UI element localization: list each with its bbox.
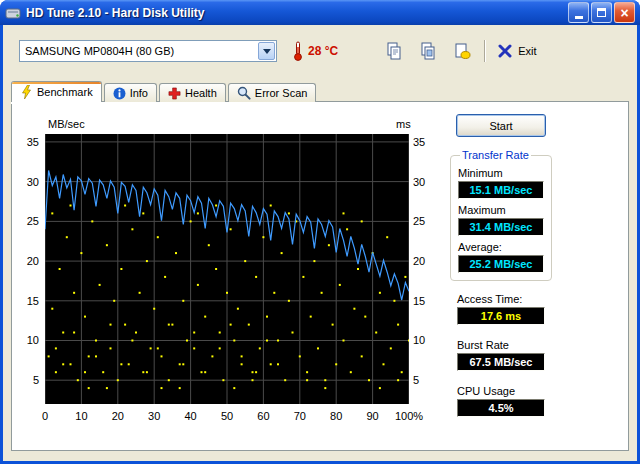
tab-info[interactable]: Info xyxy=(104,83,157,102)
cpu-usage-stat: CPU Usage 4.5% xyxy=(457,385,545,417)
app-window: HD Tune 2.10 - Hard Disk Utility × SAMSU… xyxy=(0,0,640,464)
window-title: HD Tune 2.10 - Hard Disk Utility xyxy=(26,6,563,20)
minimize-button[interactable] xyxy=(568,2,589,23)
x-tick-label: 100% xyxy=(392,410,426,422)
toolbar-icons xyxy=(384,41,472,61)
magnifier-icon xyxy=(237,86,251,100)
maximum-value: 31.4 MB/sec xyxy=(458,218,544,236)
x-tick-label: 0 xyxy=(28,410,62,422)
tab-error-scan[interactable]: Error Scan xyxy=(228,83,317,102)
maximize-button[interactable] xyxy=(591,2,612,23)
exit-button[interactable]: Exit xyxy=(498,44,536,58)
x-tick-label: 90 xyxy=(356,410,390,422)
burst-rate-value: 67.5 MB/sec xyxy=(457,353,545,371)
burst-rate-stat: Burst Rate 67.5 MB/sec xyxy=(457,339,545,371)
y-tick-label-left: 20 xyxy=(12,255,39,267)
titlebar[interactable]: HD Tune 2.10 - Hard Disk Utility × xyxy=(0,0,640,25)
transfer-rate-group: Transfer Rate Minimum 15.1 MB/sec Maximu… xyxy=(450,149,552,281)
tab-benchmark[interactable]: Benchmark xyxy=(11,81,102,102)
temperature-indicator: 28 °C xyxy=(293,41,338,61)
lightning-icon xyxy=(20,85,33,99)
burst-rate-label: Burst Rate xyxy=(457,339,545,351)
copy-image-icon[interactable] xyxy=(418,41,438,61)
minimum-value: 15.1 MB/sec xyxy=(458,181,544,199)
y-tick-label-left: 5 xyxy=(12,374,39,386)
y-tick-label-right: 5 xyxy=(413,374,419,386)
right-axis-unit: ms xyxy=(396,118,411,130)
access-time-value: 17.6 ms xyxy=(457,307,545,325)
tab-benchmark-label: Benchmark xyxy=(37,86,93,98)
y-tick-label-right: 35 xyxy=(413,136,425,148)
drive-select[interactable]: SAMSUNG MP0804H (80 GB) xyxy=(19,40,277,62)
cpu-usage-label: CPU Usage xyxy=(457,385,545,397)
drive-select-value: SAMSUNG MP0804H (80 GB) xyxy=(20,45,258,57)
tab-error-scan-label: Error Scan xyxy=(255,87,308,99)
x-tick-label: 60 xyxy=(246,410,280,422)
cpu-usage-value: 4.5% xyxy=(457,399,545,417)
health-cross-icon xyxy=(168,87,181,100)
save-image-icon[interactable] xyxy=(452,41,472,61)
temperature-value: 28 °C xyxy=(308,44,338,58)
average-label: Average: xyxy=(458,241,544,253)
y-tick-label-left: 35 xyxy=(12,136,39,148)
access-time-label: Access Time: xyxy=(457,293,545,305)
thermometer-icon xyxy=(293,41,303,61)
transfer-rate-group-title: Transfer Rate xyxy=(460,149,531,161)
benchmark-panel: MB/sec ms 3530252015105 3530252015105 01… xyxy=(11,101,629,451)
y-axis-left-labels: 3530252015105 xyxy=(12,134,42,404)
x-tick-label: 30 xyxy=(137,410,171,422)
average-value: 25.2 MB/sec xyxy=(458,255,544,273)
x-tick-label: 10 xyxy=(64,410,98,422)
info-icon xyxy=(113,87,126,100)
tab-bar: Benchmark Info Health xyxy=(11,81,318,102)
y-tick-label-left: 30 xyxy=(12,176,39,188)
y-tick-label-right: 25 xyxy=(413,215,425,227)
y-tick-label-right: 30 xyxy=(413,176,425,188)
tab-health-label: Health xyxy=(185,87,217,99)
x-tick-label: 70 xyxy=(283,410,317,422)
y-axis-right-labels: 3530252015105 xyxy=(413,134,441,404)
x-axis-labels: 0102030405060708090100% xyxy=(45,410,425,424)
toolbar: SAMSUNG MP0804H (80 GB) 28 °C xyxy=(11,33,629,69)
drive-select-dropdown-button[interactable] xyxy=(258,42,275,60)
x-tick-label: 20 xyxy=(101,410,135,422)
y-tick-label-right: 10 xyxy=(413,334,425,346)
exit-label: Exit xyxy=(518,45,536,57)
y-tick-label-left: 25 xyxy=(12,215,39,227)
tab-health[interactable]: Health xyxy=(159,83,226,102)
copy-text-icon[interactable] xyxy=(384,41,404,61)
access-time-stat: Access Time: 17.6 ms xyxy=(457,293,545,325)
results-column: Start Transfer Rate Minimum 15.1 MB/sec … xyxy=(448,112,554,417)
benchmark-graph xyxy=(45,134,409,404)
chevron-down-icon xyxy=(263,49,271,54)
toolbar-separator xyxy=(484,40,486,62)
y-tick-label-right: 20 xyxy=(413,255,425,267)
minimum-label: Minimum xyxy=(458,167,544,179)
y-tick-label-left: 15 xyxy=(12,295,39,307)
x-tick-label: 40 xyxy=(174,410,208,422)
app-icon xyxy=(5,5,21,21)
window-body: SAMSUNG MP0804H (80 GB) 28 °C xyxy=(3,25,637,461)
y-tick-label-left: 10 xyxy=(12,334,39,346)
exit-x-icon xyxy=(498,44,512,58)
x-tick-label: 50 xyxy=(210,410,244,422)
tab-info-label: Info xyxy=(130,87,148,99)
left-axis-unit: MB/sec xyxy=(48,118,85,130)
start-button[interactable]: Start xyxy=(456,114,546,137)
close-button[interactable]: × xyxy=(614,2,635,23)
maximum-label: Maximum xyxy=(458,204,544,216)
x-tick-label: 80 xyxy=(319,410,353,422)
y-tick-label-right: 15 xyxy=(413,295,425,307)
